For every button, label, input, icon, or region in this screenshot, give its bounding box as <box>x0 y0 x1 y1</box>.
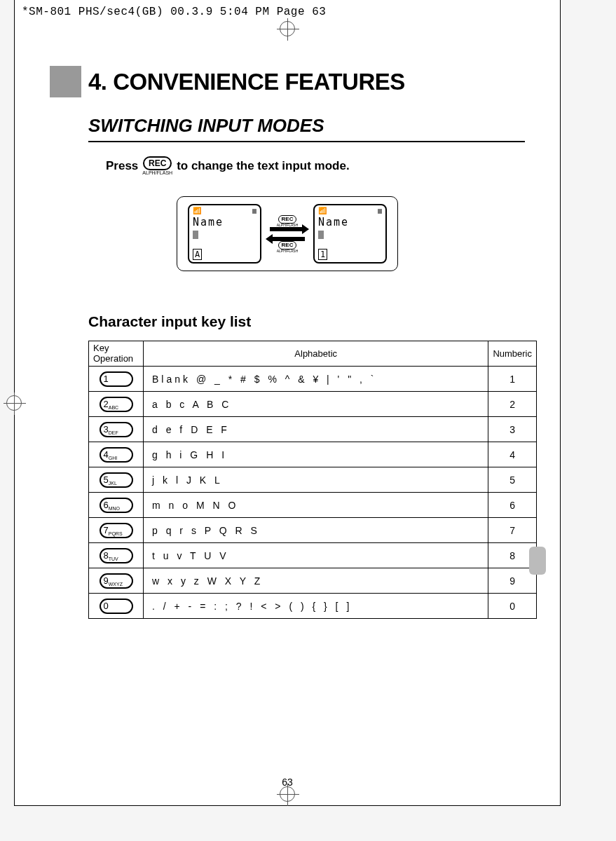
alpha-cell: Blank @ _ * # $ % ^ & ¥ | ' " , ` <box>144 367 488 392</box>
rec-mini-sub-2: ALPH/FLASH <box>277 249 299 253</box>
key-button-icon: 7PQRS <box>100 523 133 538</box>
instruction-post: to change the text input mode. <box>177 159 350 173</box>
rec-pill-label: REC <box>143 156 172 170</box>
signal-icon: 📶 <box>193 207 201 214</box>
rec-mini-icon-2: REC <box>278 241 297 249</box>
alpha-cell: w x y z W X Y Z <box>144 568 488 594</box>
table-row: 6MNOm n o M N O6 <box>89 493 537 518</box>
table-row: 8TUVt u v T U V8 <box>89 543 537 568</box>
alpha-cell: a b c A B C <box>144 392 488 417</box>
key-cell: 3DEF <box>89 417 144 442</box>
num-cell: 1 <box>488 367 537 392</box>
col-numeric: Numberic <box>488 341 537 367</box>
arrow-right-icon <box>270 227 305 231</box>
mode-indicator-numeric: 1 <box>318 249 327 260</box>
rec-mini-icon: REC <box>278 215 297 224</box>
table-row: 3DEFd e f D E F3 <box>89 417 537 442</box>
key-cell: 0 <box>89 594 144 619</box>
screen-alpha: 📶▥ Name A <box>188 204 261 264</box>
side-tab <box>529 547 546 575</box>
section-title: SWITCHING INPUT MODES <box>88 115 525 142</box>
cursor-icon <box>193 231 198 239</box>
key-cell: 7PQRS <box>89 518 144 543</box>
key-cell: 6MNO <box>89 493 144 518</box>
battery-icon: ▥ <box>378 207 382 214</box>
rec-sublabel: ALPH/FLASH <box>142 170 172 175</box>
num-cell: 7 <box>488 518 537 543</box>
table-row: 9WXYZw x y z W X Y Z9 <box>89 568 537 594</box>
num-cell: 6 <box>488 493 537 518</box>
alpha-cell: m n o M N O <box>144 493 488 518</box>
crop-mark-bottom <box>280 786 295 802</box>
key-cell: 1 <box>89 367 144 392</box>
instruction-line: Press REC ALPH/FLASH to change the text … <box>106 156 525 175</box>
key-button-icon: 4GHI <box>100 447 133 463</box>
table-row: 4GHIg h i G H I4 <box>89 442 537 467</box>
key-button-icon: 1 <box>100 371 133 387</box>
num-cell: 5 <box>488 467 537 493</box>
chapter-block-icon <box>50 66 81 97</box>
key-button-icon: 0 <box>100 599 133 614</box>
subsection-title: Character input key list <box>88 313 525 330</box>
alpha-cell: d e f D E F <box>144 417 488 442</box>
document-page: *SM-801 PHS/sec4(GB) 00.3.9 5:04 PM Page… <box>14 0 561 806</box>
crop-mark-left <box>6 395 22 411</box>
key-cell: 2ABC <box>89 392 144 417</box>
chapter-title: 4. CONVENIENCE FEATURES <box>88 69 405 95</box>
num-cell: 2 <box>488 392 537 417</box>
key-button-icon: 9WXYZ <box>100 573 133 589</box>
battery-icon: ▥ <box>252 207 256 214</box>
instruction-pre: Press <box>106 159 138 173</box>
table-row: 5JKLj k l J K L5 <box>89 467 537 493</box>
num-cell: 0 <box>488 594 537 619</box>
key-button-icon: 6MNO <box>100 498 133 513</box>
key-button-icon: 5JKL <box>100 472 133 488</box>
key-cell: 8TUV <box>89 543 144 568</box>
character-key-table: Key Operation Alphabetic Numberic 1Blank… <box>88 341 537 619</box>
cursor-icon <box>318 231 324 239</box>
col-alphabetic: Alphabetic <box>144 341 488 367</box>
table-row: 0. / + - = : ; ? ! < > ( ) { } [ ]0 <box>89 594 537 619</box>
signal-icon: 📶 <box>318 207 327 214</box>
page-content: 4. CONVENIENCE FEATURES SWITCHING INPUT … <box>15 24 560 619</box>
num-cell: 4 <box>488 442 537 467</box>
alpha-cell: . / + - = : ; ? ! < > ( ) { } [ ] <box>144 594 488 619</box>
crop-mark-top <box>280 21 295 36</box>
mode-switch-diagram: 📶▥ Name A REC ALPH/FLASH REC ALPH/FLASH <box>50 196 525 271</box>
diagram-frame: 📶▥ Name A REC ALPH/FLASH REC ALPH/FLASH <box>177 196 398 271</box>
key-button-icon: 8TUV <box>100 548 133 563</box>
screen-name-a: Name <box>193 216 224 228</box>
table-row: 1Blank @ _ * # $ % ^ & ¥ | ' " , `1 <box>89 367 537 392</box>
alpha-cell: g h i G H I <box>144 442 488 467</box>
alpha-cell: j k l J K L <box>144 467 488 493</box>
col-key-operation: Key Operation <box>89 341 144 367</box>
key-cell: 4GHI <box>89 442 144 467</box>
chapter-heading-row: 4. CONVENIENCE FEATURES <box>50 66 525 97</box>
screen-numeric: 📶▥ Name 1 <box>313 204 387 264</box>
alpha-cell: p q r s P Q R S <box>144 518 488 543</box>
key-cell: 5JKL <box>89 467 144 493</box>
rec-button-icon: REC ALPH/FLASH <box>142 156 172 175</box>
alpha-cell: t u v T U V <box>144 543 488 568</box>
arrows-group: REC ALPH/FLASH REC ALPH/FLASH <box>270 215 305 253</box>
mode-indicator-alpha: A <box>193 249 202 260</box>
screen-name-n: Name <box>318 216 349 228</box>
key-button-icon: 3DEF <box>100 422 133 437</box>
arrow-left-icon <box>270 237 305 241</box>
table-row: 7PQRSp q r s P Q R S7 <box>89 518 537 543</box>
key-cell: 9WXYZ <box>89 568 144 594</box>
table-row: 2ABCa b c A B C2 <box>89 392 537 417</box>
key-button-icon: 2ABC <box>100 397 133 412</box>
num-cell: 3 <box>488 417 537 442</box>
